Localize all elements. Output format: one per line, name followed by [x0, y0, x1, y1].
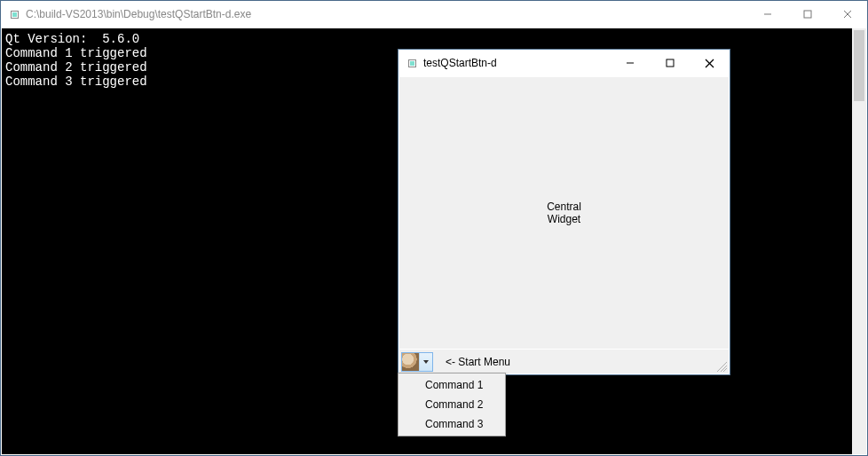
qt-central-widget: Central Widget — [399, 77, 729, 349]
console-line: Command 1 triggered — [5, 46, 147, 60]
console-titlebar[interactable]: C:\build-VS2013\bin\Debug\testQStartBtn-… — [1, 1, 867, 28]
maximize-icon — [666, 59, 675, 67]
svg-rect-5 — [667, 59, 674, 67]
svg-marker-8 — [423, 360, 429, 364]
minimize-icon — [763, 10, 772, 19]
close-icon — [705, 59, 714, 68]
qt-window: testQStartBtn-d Central Widget <- Start … — [398, 49, 730, 375]
qt-title: testQStartBtn-d — [423, 57, 497, 69]
minimize-button[interactable] — [747, 1, 787, 28]
app-icon — [406, 57, 418, 69]
dropdown-arrow-icon — [420, 359, 432, 365]
maximize-button[interactable] — [650, 50, 690, 76]
minimize-icon — [626, 59, 635, 67]
menu-item-command-3[interactable]: Command 3 — [400, 414, 503, 434]
minimize-button[interactable] — [610, 50, 650, 76]
menu-item-command-1[interactable]: Command 1 — [400, 375, 503, 395]
close-button[interactable] — [690, 50, 730, 76]
qt-titlebar[interactable]: testQStartBtn-d — [398, 50, 730, 76]
resize-grip[interactable] — [714, 359, 727, 372]
console-scrollbar[interactable] — [852, 28, 866, 454]
console-line: Qt Version: 5.6.0 — [5, 32, 139, 46]
maximize-button[interactable] — [787, 1, 827, 28]
console-window-controls — [747, 1, 867, 28]
menu-item-command-2[interactable]: Command 2 — [400, 395, 503, 414]
maximize-icon — [803, 10, 812, 19]
central-label: Central Widget — [547, 200, 581, 225]
start-menu-button[interactable] — [401, 352, 433, 372]
close-icon — [843, 10, 852, 19]
qt-window-controls — [610, 50, 730, 76]
app-icon — [8, 8, 20, 20]
avatar-icon — [402, 353, 420, 371]
start-menu-popup: Command 1 Command 2 Command 3 — [398, 373, 506, 436]
console-line: Command 2 triggered — [5, 60, 147, 75]
console-line: Command 3 triggered — [5, 75, 147, 89]
qt-statusbar: <- Start Menu — [399, 350, 729, 373]
start-menu-hint: <- Start Menu — [446, 356, 510, 368]
svg-rect-1 — [804, 11, 811, 18]
close-button[interactable] — [827, 1, 867, 28]
console-scroll-thumb[interactable] — [854, 30, 864, 101]
console-title: C:\build-VS2013\bin\Debug\testQStartBtn-… — [26, 8, 251, 20]
